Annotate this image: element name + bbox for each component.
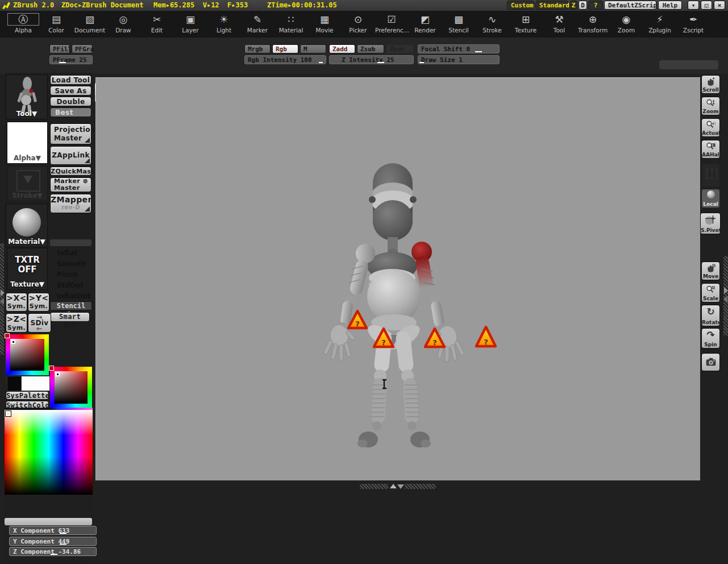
smart-div-button[interactable]: Smart Div [50,312,90,322]
syspalette-button[interactable]: SysPalette [6,391,49,400]
menu-zoom[interactable]: ◉Zoom [610,13,643,36]
z-intensity-slider[interactable]: Z Intensity 25 [329,55,414,64]
sym-x-button[interactable]: >X< Sym. [6,293,27,312]
menu-document[interactable]: ▧Document [73,13,106,36]
color-spectrum[interactable] [5,410,93,495]
z-component-slider[interactable]: Z Component -34.86 [9,547,97,556]
y-component-slider[interactable]: Y Component 449 [9,537,97,546]
texture-thumbnail[interactable]: TXTR OFF Texture▼ [7,248,48,290]
sdiv-button[interactable]: → SDiv ← [28,313,51,333]
right-divider-close-icon[interactable] [723,296,727,302]
stencil-on-button[interactable]: Stencil On [50,301,92,310]
best-button[interactable]: Best [50,107,91,117]
left-divider-close-icon[interactable] [0,298,4,305]
rgb-intensity-slider[interactable]: Rgb Intensity 100 [244,55,326,64]
menu-stencil[interactable]: ▩Stencil [442,13,475,36]
save-as-button[interactable]: Save As [50,86,91,96]
magnifier-aahalf-icon [702,142,719,152]
menu-stroke[interactable]: ∿Stroke [476,13,509,36]
spin-button[interactable]: ↷ Spin [701,328,720,349]
menu-zscript[interactable]: ✒Zscript [677,13,710,36]
sym-y-button[interactable]: >Y< Sym. [28,293,49,312]
set-pivot-button[interactable]: S.Pivot [700,213,721,234]
document-canvas[interactable]: ? ? ? ? [95,77,700,480]
scale-3d-button[interactable]: Scale [701,283,720,302]
close-button[interactable]: × [714,1,725,10]
zquickmask-button[interactable]: ZQuickMask [50,167,91,176]
double-button[interactable]: Double [50,97,91,106]
color-sv-area-2[interactable] [55,371,88,404]
menu-draw[interactable]: ◎Draw [107,13,140,36]
load-tool-button[interactable]: Load Tool [50,75,91,85]
d-button[interactable]: D [579,1,587,10]
alpha-thumbnail[interactable]: Alpha▼ [7,122,48,164]
menu-render[interactable]: ◩Render [409,13,442,36]
picker-icon: ⊙ [342,13,375,26]
rotate-3d-button[interactable]: ↻ Rotate [701,305,720,326]
pframe-slider[interactable]: PFrame 25 [49,55,93,64]
x-component-slider[interactable]: X Component 633 [9,526,97,535]
mrgb-button[interactable]: Mrgb [244,44,271,53]
menu-movie[interactable]: ▦Movie [308,13,341,36]
left-divider-open-icon[interactable] [1,289,5,296]
help-question-button[interactable]: ? [588,1,603,10]
menu-layer[interactable]: ▣Layer [174,13,207,36]
menu-alpha[interactable]: ⒶAlpha [7,13,40,36]
canvas-scroll-down-icon[interactable] [397,484,404,489]
hand-scroll-icon [702,77,719,87]
zoom-button[interactable]: Zoom [701,97,720,115]
stroke-thumbnail[interactable]: Stroke▼ [7,166,48,201]
color-picker-secondary[interactable] [50,367,92,408]
pfgra-button[interactable]: PFGra [72,44,93,53]
projection-master-button[interactable]: Projection Master [50,123,91,144]
rgb-button[interactable]: Rgb [272,44,298,53]
menu-color[interactable]: ▤Color [40,13,73,36]
canvas-hscroll-right[interactable] [405,484,436,489]
tool-thumbnail[interactable]: Tool▼ [6,74,48,119]
right-divider-open-icon[interactable] [724,287,728,294]
draw-size-slider[interactable]: Draw Size 1 [418,55,500,64]
sdiv-arrow-left-icon: ← [36,325,42,333]
scroll-button[interactable]: Scroll [701,75,720,94]
help-button[interactable]: Help [658,1,682,10]
menu-tool[interactable]: ⚒Tool [543,13,576,36]
m-button[interactable]: M [300,44,326,53]
focal-shift-slider[interactable]: Focal Shift 0 [418,44,500,53]
menu-picker[interactable]: ⊙Picker [342,13,375,36]
black-swatch[interactable] [7,376,22,391]
menu-edit[interactable]: ✂Edit [140,13,173,36]
marker-master-button[interactable]: Marker ⊗ Master [50,177,91,192]
default-zscript-button[interactable]: DefaultZScript [604,1,656,10]
minimize-button[interactable]: ▾ [688,1,699,10]
canvas-hscroll-left[interactable] [360,484,388,489]
zcut-button[interactable]: Zcut [386,44,414,53]
custom-ui-button[interactable]: Custom [507,1,534,10]
color-picker-main[interactable] [6,334,49,375]
aahalf-button[interactable]: AAHalf [701,140,720,159]
actual-button[interactable]: x1 Actual [701,118,720,137]
restore-button[interactable]: ◱ [701,1,712,10]
menu-transform[interactable]: ⊕Transform [576,13,609,36]
zsub-button[interactable]: Zsub [357,44,384,53]
white-swatch[interactable] [21,376,50,391]
menu-preferences[interactable]: ☑Preferenc... [375,13,408,36]
menu-texture[interactable]: ⊞Texture [509,13,542,36]
z-button[interactable]: Z [569,1,577,10]
zadd-button[interactable]: Zadd [329,44,355,53]
color-sv-area[interactable] [10,339,44,371]
material-sphere-icon [13,208,41,237]
standard-ui-button[interactable]: Standard [535,1,568,10]
sym-z-button[interactable]: >Z< Sym. [6,313,27,333]
material-thumbnail[interactable]: Material▼ [6,204,48,247]
menu-zplugin[interactable]: ⚡Zplugin [643,13,676,36]
canvas-scroll-up-icon[interactable] [390,484,397,488]
zmapper-button[interactable]: ZMapper rev-D [50,194,91,213]
snapshot-button[interactable] [701,353,720,371]
pfill-button[interactable]: PFill [49,44,70,53]
menu-light[interactable]: ☀Light [207,13,240,36]
menu-marker[interactable]: ✎Marker [241,13,274,36]
local-button[interactable]: Local [701,189,720,208]
move-3d-button[interactable]: Move [701,262,720,280]
zapplink-button[interactable]: ZAppLink [50,146,91,165]
menu-material[interactable]: ∷Material [274,13,307,36]
